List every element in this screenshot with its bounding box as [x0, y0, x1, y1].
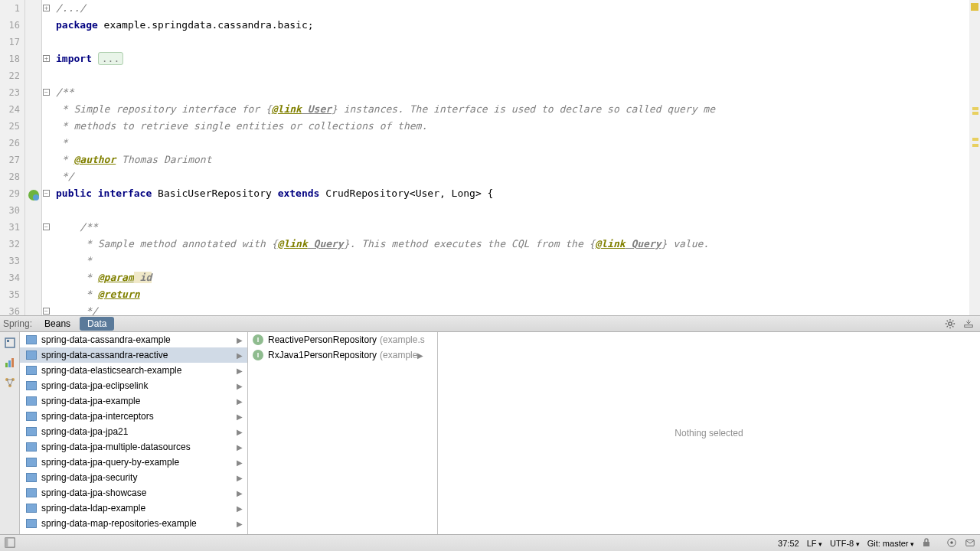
chevron-right-icon: ▶ — [237, 474, 243, 482]
chevron-right-icon: ▶ — [237, 397, 243, 406]
chevron-right-icon: ▶ — [237, 351, 243, 360]
module-icon — [26, 504, 37, 513]
module-item[interactable]: spring-data-cassandra-example▶ — [20, 332, 247, 347]
error-stripe[interactable] — [969, 0, 980, 315]
lock-icon[interactable] — [922, 538, 931, 549]
tool-windows-icon[interactable] — [5, 537, 15, 548]
module-icon — [26, 473, 37, 482]
module-label: spring-data-map-repositories-example — [41, 518, 197, 529]
notifications-icon[interactable] — [965, 537, 975, 549]
svg-rect-3 — [965, 325, 973, 328]
module-item[interactable]: spring-data-elasticsearch-example▶ — [20, 363, 247, 378]
chart-icon[interactable] — [4, 357, 16, 369]
modules-list[interactable]: spring-data-cassandra-example▶spring-dat… — [20, 332, 248, 534]
code-content[interactable]: /.../ package example.springdata.cassand… — [51, 0, 969, 315]
module-label: spring-data-jpa-multiple-datasources — [41, 442, 191, 452]
warning-marker[interactable] — [972, 107, 978, 110]
chevron-right-icon: ▶ — [237, 443, 243, 452]
chevron-right-icon: ▶ — [417, 351, 423, 360]
line-separator[interactable]: LF — [807, 539, 822, 548]
spring-bean-icon[interactable] — [28, 189, 40, 201]
chevron-right-icon: ▶ — [237, 382, 243, 390]
chevron-right-icon: ▶ — [237, 504, 243, 513]
svg-rect-6 — [5, 363, 8, 367]
warning-marker[interactable] — [972, 112, 978, 115]
code-editor[interactable]: 1161718222324252627282930313233343536 + … — [0, 0, 980, 315]
module-item[interactable]: spring-data-ldap-example▶ — [20, 500, 247, 516]
chevron-right-icon: ▶ — [237, 336, 243, 344]
module-label: spring-data-jpa-eclipselink — [41, 380, 148, 391]
gutter-icons — [25, 0, 42, 315]
tree-view-icon[interactable] — [4, 337, 16, 349]
module-icon — [26, 412, 37, 421]
module-item[interactable]: spring-data-jpa-interceptors▶ — [20, 409, 247, 424]
module-item[interactable]: spring-data-jpa-eclipselink▶ — [20, 378, 247, 393]
module-item[interactable]: spring-data-jpa-example▶ — [20, 393, 247, 409]
graph-icon[interactable] — [4, 377, 16, 389]
repository-item[interactable]: IRxJava1PersonRepository(example▶ — [248, 347, 437, 363]
fold-expand-icon[interactable]: + — [43, 5, 50, 11]
warning-marker[interactable] — [972, 144, 978, 147]
interface-icon: I — [253, 350, 263, 360]
module-icon — [26, 427, 37, 436]
module-icon — [26, 488, 37, 497]
repo-name: ReactivePersonRepository — [268, 334, 377, 345]
module-icon — [26, 396, 37, 406]
module-item[interactable]: spring-data-map-repositories-example▶ — [20, 516, 247, 531]
svg-point-2 — [949, 322, 952, 325]
status-bar: 37:52 LF UTF-8 Git: master — [0, 534, 980, 551]
module-label: spring-data-jpa-interceptors — [41, 411, 154, 422]
module-item[interactable]: spring-data-cassandra-reactive▶ — [20, 347, 247, 363]
repo-name: RxJava1PersonRepository — [268, 350, 377, 360]
svg-rect-14 — [923, 542, 929, 546]
module-item[interactable]: spring-data-jpa-showcase▶ — [20, 485, 247, 500]
chevron-right-icon: ▶ — [237, 412, 243, 421]
goto-icon[interactable] — [946, 537, 957, 549]
svg-rect-8 — [11, 358, 14, 367]
gear-icon[interactable] — [945, 318, 956, 331]
tab-data[interactable]: Data — [80, 317, 114, 331]
module-icon — [26, 335, 37, 344]
module-icon — [26, 381, 37, 390]
module-icon — [26, 350, 37, 360]
panel-title: Spring: — [3, 318, 32, 329]
module-icon — [26, 458, 37, 467]
spring-tool-tabs: Spring: Beans Data — [0, 315, 980, 332]
fold-collapse-icon[interactable]: − — [43, 223, 50, 230]
spring-data-panel: spring-data-cassandra-example▶spring-dat… — [0, 332, 980, 534]
detail-empty: Nothing selected — [438, 332, 980, 534]
analysis-status-icon[interactable] — [971, 3, 978, 11]
svg-point-1 — [33, 194, 39, 201]
module-label: spring-data-cassandra-example — [41, 334, 171, 345]
module-item[interactable]: spring-data-jpa-query-by-example▶ — [20, 455, 247, 470]
file-encoding[interactable]: UTF-8 — [830, 539, 860, 548]
module-icon — [26, 442, 37, 452]
module-label: spring-data-jpa-example — [41, 396, 140, 406]
module-label: spring-data-ldap-example — [41, 503, 145, 514]
panel-toolbar — [0, 332, 20, 534]
interface-icon: I — [253, 334, 263, 345]
chevron-right-icon: ▶ — [237, 520, 243, 528]
fold-gutter: + + − − − − — [42, 0, 51, 315]
repo-package: (example — [380, 350, 417, 360]
module-item[interactable]: spring-data-jpa-security▶ — [20, 470, 247, 485]
warning-marker[interactable] — [972, 138, 978, 141]
caret-position[interactable]: 37:52 — [778, 539, 799, 548]
fold-collapse-icon[interactable]: − — [43, 89, 50, 96]
module-icon — [26, 366, 37, 375]
module-item[interactable]: spring-data-jpa-jpa21▶ — [20, 424, 247, 439]
repositories-list[interactable]: IReactivePersonRepository(example.sIRxJa… — [248, 332, 438, 534]
svg-rect-13 — [5, 537, 8, 546]
module-label: spring-data-jpa-query-by-example — [41, 457, 179, 468]
repository-item[interactable]: IReactivePersonRepository(example.s — [248, 332, 437, 347]
tab-beans[interactable]: Beans — [37, 317, 78, 331]
module-label: spring-data-jpa-showcase — [41, 487, 146, 498]
fold-expand-icon[interactable]: + — [43, 55, 50, 62]
module-item[interactable]: spring-data-jpa-multiple-datasources▶ — [20, 439, 247, 455]
fold-collapse-icon[interactable]: − — [43, 308, 50, 315]
chevron-right-icon: ▶ — [237, 367, 243, 375]
minimize-icon[interactable] — [963, 318, 974, 331]
git-branch[interactable]: Git: master — [867, 539, 914, 548]
fold-collapse-icon[interactable]: − — [43, 190, 50, 197]
module-label: spring-data-jpa-jpa21 — [41, 426, 128, 437]
